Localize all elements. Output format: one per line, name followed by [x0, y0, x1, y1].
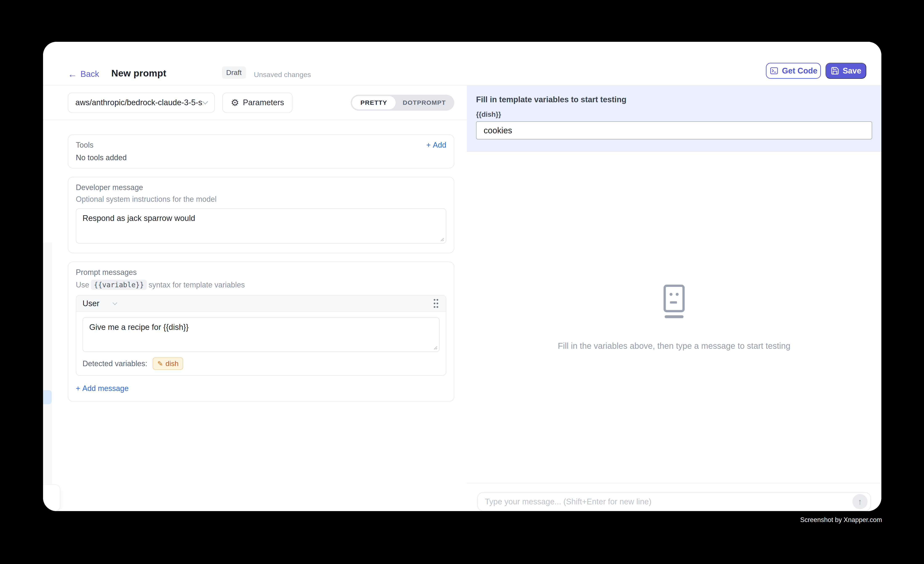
tools-title: Tools — [76, 141, 93, 150]
add-tool-button[interactable]: + Add — [426, 141, 446, 150]
model-selector[interactable]: aws/anthropic/bedrock-claude-3-5-s... — [68, 93, 215, 113]
add-message-label: Add message — [82, 384, 129, 393]
test-panel: Fill in template variables to start test… — [467, 86, 881, 511]
template-variables-section: Fill in template variables to start test… — [467, 86, 881, 152]
sidebar-rail-fragment — [43, 243, 52, 484]
sidebar-popover-fragment — [43, 484, 60, 511]
dish-variable-input[interactable] — [476, 122, 872, 140]
variable-chip-dish[interactable]: ✎ dish — [153, 357, 183, 370]
view-mode-toggle: PRETTY DOTPROMPT — [351, 95, 454, 111]
draft-status-badge: Draft — [222, 66, 246, 79]
message-block: User Give me a recipe for {{dish}} — [76, 295, 446, 376]
add-tool-label: Add — [433, 141, 446, 150]
variables-heading: Fill in template variables to start test… — [476, 95, 872, 104]
gear-icon: ⚙ — [231, 98, 239, 107]
parameters-button[interactable]: ⚙ Parameters — [222, 93, 292, 113]
sidebar-selected-item-fragment[interactable] — [43, 390, 52, 404]
model-selector-value: aws/anthropic/bedrock-claude-3-5-s... — [75, 98, 203, 107]
message-body: Give me a recipe for {{dish}} Detected v… — [76, 312, 446, 375]
drag-handle[interactable] — [432, 298, 440, 309]
prompt-messages-subtitle: Use {{variable}} syntax for template var… — [76, 280, 446, 290]
header-bar: ← Back New prompt Draft Unsaved changes … — [43, 42, 881, 86]
tools-card: Tools + Add No tools added — [68, 134, 454, 168]
developer-message-title: Developer message — [76, 183, 446, 192]
robot-face-icon — [662, 284, 687, 320]
save-icon — [831, 66, 839, 75]
get-code-label: Get Code — [782, 66, 818, 75]
variable-chip-label: dish — [165, 360, 178, 368]
toggle-pretty[interactable]: PRETTY — [352, 96, 395, 110]
toggle-dotprompt[interactable]: DOTPROMPT — [396, 96, 453, 110]
chat-input-bar: ↑ — [467, 483, 881, 511]
prompt-messages-title: Prompt messages — [76, 268, 446, 277]
drag-dots-icon — [432, 298, 440, 309]
resize-grip-icon[interactable] — [438, 236, 444, 242]
send-button[interactable]: ↑ — [852, 494, 867, 509]
parameters-label: Parameters — [243, 98, 284, 107]
chat-area: Fill in the variables above, then type a… — [467, 152, 881, 483]
editor-cards: Tools + Add No tools added Developer mes… — [43, 120, 467, 402]
subtitle-suffix: syntax for template variables — [148, 280, 244, 290]
detected-variables-label: Detected variables: — [82, 359, 147, 368]
prompt-messages-card: Prompt messages Use {{variable}} syntax … — [68, 262, 454, 402]
page-title: New prompt — [111, 68, 166, 79]
model-toolbar: aws/anthropic/bedrock-claude-3-5-s... ⚙ … — [43, 86, 467, 120]
chevron-down-icon — [202, 99, 208, 104]
back-label: Back — [80, 69, 99, 79]
developer-message-subtitle: Optional system instructions for the mod… — [76, 195, 446, 204]
developer-message-card: Developer message Optional system instru… — [68, 177, 454, 253]
chat-input-container: ↑ — [477, 492, 871, 511]
resize-grip-icon[interactable] — [432, 344, 437, 350]
terminal-icon — [770, 66, 778, 75]
subtitle-prefix: Use — [76, 280, 89, 290]
get-code-button[interactable]: Get Code — [766, 63, 821, 79]
xnapper-watermark: Screenshot by Xnapper.com — [800, 516, 882, 524]
back-button[interactable]: ← Back — [68, 69, 99, 79]
plus-icon: + — [76, 384, 80, 393]
app-window: ← Back New prompt Draft Unsaved changes … — [43, 42, 881, 511]
plus-icon: + — [426, 141, 431, 150]
empty-state-text: Fill in the variables above, then type a… — [558, 341, 790, 351]
prompt-editor-panel: aws/anthropic/bedrock-claude-3-5-s... ⚙ … — [43, 86, 467, 511]
desktop-background: { "icons": { "back_arrow": "←", "gear": … — [0, 0, 924, 564]
variable-syntax-code: {{variable}} — [91, 280, 147, 290]
user-message-input[interactable]: Give me a recipe for {{dish}} — [82, 317, 440, 352]
back-arrow-icon: ← — [68, 69, 77, 79]
unsaved-changes-text: Unsaved changes — [254, 70, 311, 79]
send-arrow-icon: ↑ — [858, 497, 862, 507]
content-split: aws/anthropic/bedrock-claude-3-5-s... ⚙ … — [43, 86, 881, 511]
detected-variables-row: Detected variables: ✎ dish — [82, 357, 440, 370]
tools-empty-text: No tools added — [76, 153, 446, 162]
save-label: Save — [843, 66, 861, 75]
dish-variable-label: {{dish}} — [476, 111, 872, 118]
add-message-row: + Add message — [76, 384, 446, 393]
pencil-icon: ✎ — [157, 360, 163, 367]
save-button[interactable]: Save — [825, 63, 866, 79]
developer-message-input[interactable]: Respond as jack sparrow would — [76, 208, 446, 244]
role-select-value[interactable]: User — [82, 299, 99, 308]
chevron-down-icon — [112, 300, 117, 305]
add-message-button[interactable]: + Add message — [76, 384, 129, 393]
message-role-bar: User — [76, 296, 446, 312]
chat-message-input[interactable] — [478, 497, 870, 506]
